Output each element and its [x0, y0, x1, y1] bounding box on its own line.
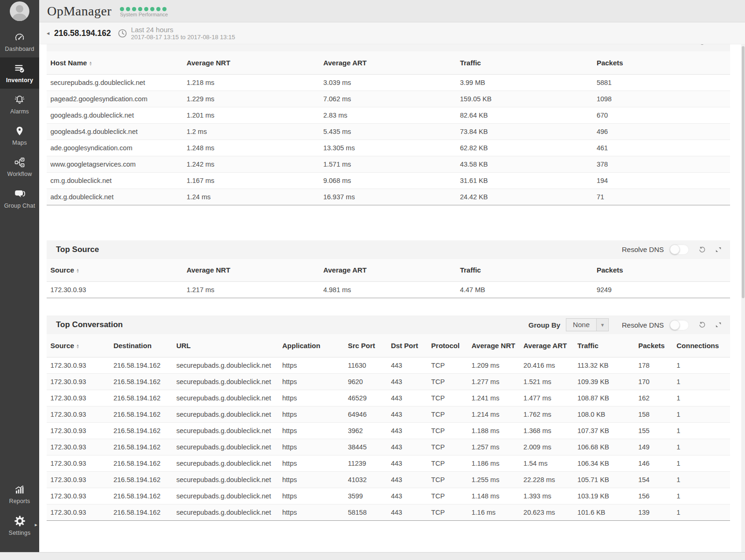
- group-by-label: Group By: [529, 321, 560, 329]
- table-row[interactable]: 172.30.0.93216.58.194.162securepubads.g.…: [47, 439, 730, 455]
- table-cell: https: [280, 504, 346, 520]
- sidebar-item-label: Dashboard: [5, 46, 35, 52]
- table-row[interactable]: 172.30.0.93216.58.194.162securepubads.g.…: [47, 390, 730, 406]
- sidebar-item-alarms[interactable]: Alarms: [0, 89, 39, 120]
- column-header[interactable]: Traffic: [458, 259, 595, 282]
- reports-chart-icon: [14, 483, 26, 496]
- back-arrow-icon[interactable]: ◂: [47, 30, 49, 36]
- top-conversation-title: Top Conversation: [56, 320, 123, 329]
- top-source-table: Source▴▾Average NRTAverage ARTTrafficPac…: [47, 259, 730, 299]
- sidebar-item-reports[interactable]: Reports: [0, 478, 39, 510]
- table-row[interactable]: adx.g.doubleclick.net1.24 ms16.937 ms24.…: [47, 189, 730, 205]
- sidebar-item-group-chat[interactable]: Group Chat: [0, 182, 39, 214]
- table-row[interactable]: googleads.g.doubleclick.net1.201 ms2.83 …: [47, 107, 730, 123]
- table-cell: 154: [636, 471, 675, 488]
- table-row[interactable]: googleads4.g.doubleclick.net1.2 ms5.435 …: [47, 123, 730, 140]
- time-range-label[interactable]: Last 24 hours: [131, 26, 235, 34]
- column-header[interactable]: Traffic: [576, 334, 636, 357]
- table-cell: adx.g.doubleclick.net: [47, 189, 185, 205]
- table-row[interactable]: 172.30.0.93216.58.194.162securepubads.g.…: [47, 406, 730, 422]
- horizontal-scrollbar[interactable]: [0, 552, 745, 560]
- table-row[interactable]: 172.30.0.93216.58.194.162securepubads.g.…: [47, 357, 730, 373]
- column-header[interactable]: Destination: [111, 334, 174, 357]
- column-header[interactable]: Src Port: [346, 334, 389, 357]
- table-cell: https: [280, 422, 346, 439]
- column-header[interactable]: Host Name▴▾: [47, 51, 185, 74]
- sidebar-item-workflow[interactable]: Workflow: [0, 151, 39, 182]
- sidebar-item-dashboard[interactable]: Dashboard: [0, 26, 39, 57]
- table-cell: 158: [636, 406, 675, 422]
- table-row[interactable]: securepubads.g.doubleclick.net1.218 ms3.…: [47, 74, 730, 91]
- column-header[interactable]: Connections: [675, 334, 730, 357]
- table-row[interactable]: 172.30.0.93216.58.194.162securepubads.g.…: [47, 471, 730, 488]
- table-cell: TCP: [429, 357, 469, 373]
- table-cell: 172.30.0.93: [47, 373, 111, 390]
- status-dot-icon: [144, 7, 148, 11]
- column-header[interactable]: Average NRT: [470, 334, 522, 357]
- table-row[interactable]: www.googletagservices.com1.242 ms1.571 m…: [47, 156, 730, 172]
- resolve-dns-toggle[interactable]: [669, 244, 689, 255]
- sidebar-item-label: Inventory: [6, 77, 33, 84]
- column-header[interactable]: Source▴▾: [47, 334, 111, 357]
- table-cell: 113.32 KB: [576, 357, 636, 373]
- resolve-dns-toggle[interactable]: [669, 320, 689, 330]
- table-row[interactable]: 172.30.0.93216.58.194.162securepubads.g.…: [47, 422, 730, 439]
- column-header[interactable]: Average ART: [522, 334, 576, 357]
- column-header[interactable]: Packets: [595, 259, 730, 282]
- column-header[interactable]: Traffic: [458, 51, 595, 74]
- column-header[interactable]: URL: [174, 334, 280, 357]
- refresh-icon[interactable]: [698, 246, 706, 253]
- column-header[interactable]: Average ART: [321, 259, 458, 282]
- expand-icon[interactable]: [715, 246, 722, 253]
- table-row[interactable]: 172.30.0.93216.58.194.162securepubads.g.…: [47, 504, 730, 520]
- table-cell: TCP: [429, 373, 469, 390]
- table-row[interactable]: 172.30.0.93216.58.194.162securepubads.g.…: [47, 455, 730, 471]
- table-cell: 1.255 ms: [470, 471, 522, 488]
- column-header[interactable]: Average NRT: [185, 51, 321, 74]
- sidebar-item-maps[interactable]: Maps: [0, 120, 39, 151]
- table-cell: 1: [675, 439, 730, 455]
- column-header[interactable]: Packets: [595, 51, 730, 74]
- clock-icon[interactable]: [118, 28, 127, 38]
- status-dots: [120, 7, 168, 11]
- table-row[interactable]: 172.30.0.93216.58.194.162securepubads.g.…: [47, 488, 730, 504]
- table-cell: 172.30.0.93: [47, 282, 185, 298]
- column-header[interactable]: Source▴▾: [47, 259, 185, 282]
- sidebar: DashboardInventoryAlarmsMapsWorkflowGrou…: [0, 0, 39, 552]
- table-row[interactable]: cm.g.doubleclick.net1.167 ms9.068 ms31.6…: [47, 172, 730, 189]
- device-subheader: ◂ 216.58.194.162 Last 24 hours 2017-08-1…: [39, 22, 745, 44]
- refresh-icon[interactable]: [698, 321, 706, 329]
- table-row[interactable]: 172.30.0.93216.58.194.162securepubads.g.…: [47, 373, 730, 390]
- table-row[interactable]: ade.googlesyndication.com1.248 ms13.305 …: [47, 140, 730, 156]
- expand-icon[interactable]: [715, 322, 722, 328]
- table-cell: 62.82 KB: [458, 140, 595, 156]
- column-header[interactable]: Dst Port: [389, 334, 429, 357]
- table-row[interactable]: 172.30.0.931.217 ms4.981 ms4.47 MB9249: [47, 282, 730, 298]
- table-cell: https: [280, 439, 346, 455]
- column-header[interactable]: Protocol: [429, 334, 469, 357]
- table-cell: 172.30.0.93: [47, 357, 111, 373]
- table-cell: securepubads.g.doubleclick.net: [174, 504, 280, 520]
- status-dot-icon: [156, 7, 160, 11]
- column-header[interactable]: Average ART: [321, 51, 458, 74]
- sidebar-expand-arrow-icon[interactable]: ▸: [35, 522, 37, 528]
- table-cell: 20.623 ms: [522, 504, 576, 520]
- user-avatar[interactable]: [10, 1, 29, 21]
- table-cell: 1.368 ms: [522, 422, 576, 439]
- sidebar-item-inventory[interactable]: Inventory: [0, 57, 39, 89]
- scrollbar-thumb[interactable]: [742, 46, 745, 298]
- table-cell: securepubads.g.doubleclick.net: [174, 373, 280, 390]
- url-hits-table: Host Name▴▾Average NRTAverage ARTTraffic…: [47, 51, 730, 205]
- column-header[interactable]: Application: [280, 334, 346, 357]
- table-cell: 194: [595, 172, 730, 189]
- vertical-scrollbar[interactable]: [741, 44, 745, 552]
- table-cell: 162: [636, 390, 675, 406]
- column-header[interactable]: Packets: [636, 334, 675, 357]
- group-by-select[interactable]: None ▼: [566, 318, 609, 331]
- table-cell: 443: [389, 422, 429, 439]
- table-cell: 106.34 KB: [576, 455, 636, 471]
- table-row[interactable]: pagead2.googlesyndication.com1.229 ms7.0…: [47, 91, 730, 107]
- sidebar-item-settings[interactable]: Settings▸: [0, 510, 39, 541]
- column-header[interactable]: Average NRT: [185, 259, 321, 282]
- table-cell: 1098: [595, 91, 730, 107]
